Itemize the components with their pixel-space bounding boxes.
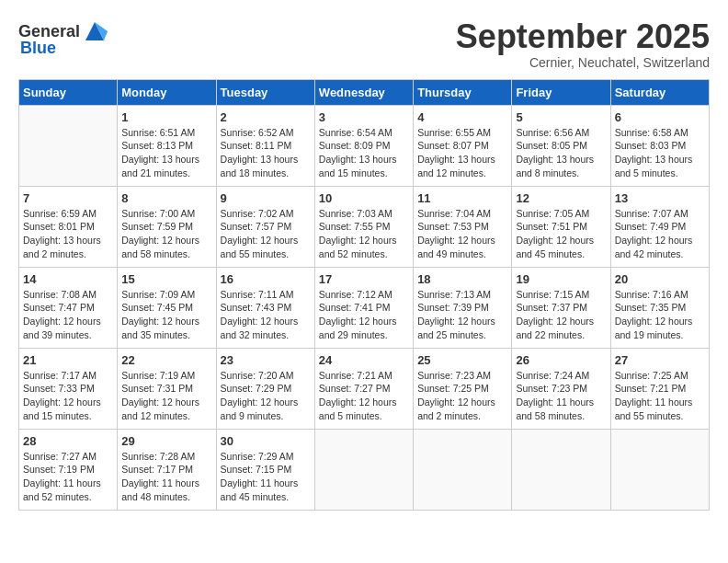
day-info: Sunrise: 7:08 AMSunset: 7:47 PMDaylight:… [23,288,113,342]
day-info: Sunrise: 7:19 AMSunset: 7:31 PMDaylight:… [121,369,211,423]
weekday-header: Wednesday [314,79,413,105]
calendar-cell [314,429,413,510]
day-number: 7 [23,191,113,205]
calendar-cell: 11Sunrise: 7:04 AMSunset: 7:53 PMDayligh… [414,186,512,267]
calendar-cell: 27Sunrise: 7:25 AMSunset: 7:21 PMDayligh… [610,348,709,429]
day-number: 5 [516,110,606,124]
day-number: 19 [516,272,606,286]
calendar-cell: 5Sunrise: 6:56 AMSunset: 8:05 PMDaylight… [512,105,610,186]
day-number: 8 [121,191,211,205]
day-number: 17 [319,272,409,286]
calendar-cell: 23Sunrise: 7:20 AMSunset: 7:29 PMDayligh… [216,348,314,429]
day-number: 2 [221,110,311,124]
day-number: 23 [221,353,311,367]
day-info: Sunrise: 7:04 AMSunset: 7:53 PMDaylight:… [417,207,507,261]
day-info: Sunrise: 6:56 AMSunset: 8:05 PMDaylight:… [516,126,606,180]
calendar-week-row: 1Sunrise: 6:51 AMSunset: 8:13 PMDaylight… [19,105,710,186]
day-info: Sunrise: 7:20 AMSunset: 7:29 PMDaylight:… [221,369,311,423]
day-number: 29 [121,434,211,448]
logo-blue: Blue [20,39,56,58]
calendar-week-row: 14Sunrise: 7:08 AMSunset: 7:47 PMDayligh… [19,267,710,348]
day-number: 11 [417,191,507,205]
day-info: Sunrise: 7:25 AMSunset: 7:21 PMDaylight:… [615,369,705,423]
day-info: Sunrise: 7:27 AMSunset: 7:19 PMDaylight:… [23,450,113,504]
weekday-header: Monday [118,79,216,105]
day-info: Sunrise: 7:16 AMSunset: 7:35 PMDaylight:… [615,288,705,342]
calendar-cell: 7Sunrise: 6:59 AMSunset: 8:01 PMDaylight… [19,186,118,267]
day-number: 14 [23,272,113,286]
calendar-cell: 19Sunrise: 7:15 AMSunset: 7:37 PMDayligh… [512,267,610,348]
day-number: 15 [121,272,211,286]
calendar-cell: 6Sunrise: 6:58 AMSunset: 8:03 PMDaylight… [610,105,709,186]
day-number: 6 [615,110,705,124]
day-number: 22 [121,353,211,367]
calendar-week-row: 21Sunrise: 7:17 AMSunset: 7:33 PMDayligh… [19,348,710,429]
location-title: Cernier, Neuchatel, Switzerland [456,55,710,70]
calendar-cell: 1Sunrise: 6:51 AMSunset: 8:13 PMDaylight… [118,105,216,186]
calendar-cell [610,429,709,510]
calendar-cell: 14Sunrise: 7:08 AMSunset: 7:47 PMDayligh… [19,267,118,348]
weekday-header: Saturday [610,79,709,105]
day-number: 27 [615,353,705,367]
calendar-table: SundayMondayTuesdayWednesdayThursdayFrid… [18,79,710,511]
calendar-cell: 15Sunrise: 7:09 AMSunset: 7:45 PMDayligh… [118,267,216,348]
day-info: Sunrise: 7:11 AMSunset: 7:43 PMDaylight:… [221,288,311,342]
calendar-cell: 8Sunrise: 7:00 AMSunset: 7:59 PMDaylight… [118,186,216,267]
day-number: 25 [417,353,507,367]
day-number: 28 [23,434,113,448]
day-number: 30 [221,434,311,448]
day-info: Sunrise: 6:54 AMSunset: 8:09 PMDaylight:… [319,126,409,180]
day-number: 4 [417,110,507,124]
day-info: Sunrise: 6:52 AMSunset: 8:11 PMDaylight:… [221,126,311,180]
weekday-header-row: SundayMondayTuesdayWednesdayThursdayFrid… [19,79,710,105]
day-number: 9 [221,191,311,205]
day-number: 21 [23,353,113,367]
logo-icon [82,18,108,44]
calendar-cell [19,105,118,186]
calendar-cell: 3Sunrise: 6:54 AMSunset: 8:09 PMDaylight… [314,105,413,186]
day-info: Sunrise: 6:55 AMSunset: 8:07 PMDaylight:… [417,126,507,180]
calendar-cell: 30Sunrise: 7:29 AMSunset: 7:15 PMDayligh… [216,429,314,510]
calendar-cell: 16Sunrise: 7:11 AMSunset: 7:43 PMDayligh… [216,267,314,348]
day-info: Sunrise: 7:05 AMSunset: 7:51 PMDaylight:… [516,207,606,261]
calendar-week-row: 28Sunrise: 7:27 AMSunset: 7:19 PMDayligh… [19,429,710,510]
day-info: Sunrise: 7:24 AMSunset: 7:23 PMDaylight:… [516,369,606,423]
day-number: 20 [615,272,705,286]
day-info: Sunrise: 7:02 AMSunset: 7:57 PMDaylight:… [221,207,311,261]
weekday-header: Friday [512,79,610,105]
day-number: 18 [417,272,507,286]
day-info: Sunrise: 6:59 AMSunset: 8:01 PMDaylight:… [23,207,113,261]
day-info: Sunrise: 7:09 AMSunset: 7:45 PMDaylight:… [121,288,211,342]
calendar-cell: 24Sunrise: 7:21 AMSunset: 7:27 PMDayligh… [314,348,413,429]
calendar-week-row: 7Sunrise: 6:59 AMSunset: 8:01 PMDaylight… [19,186,710,267]
calendar-cell: 4Sunrise: 6:55 AMSunset: 8:07 PMDaylight… [414,105,512,186]
day-info: Sunrise: 7:07 AMSunset: 7:49 PMDaylight:… [615,207,705,261]
day-number: 16 [221,272,311,286]
day-number: 10 [319,191,409,205]
day-info: Sunrise: 7:23 AMSunset: 7:25 PMDaylight:… [417,369,507,423]
day-number: 3 [319,110,409,124]
day-number: 24 [319,353,409,367]
day-number: 26 [516,353,606,367]
day-number: 12 [516,191,606,205]
page-header: General Blue September 2025 Cernier, Neu… [18,18,710,70]
calendar-cell: 12Sunrise: 7:05 AMSunset: 7:51 PMDayligh… [512,186,610,267]
calendar-cell: 29Sunrise: 7:28 AMSunset: 7:17 PMDayligh… [118,429,216,510]
calendar-cell: 10Sunrise: 7:03 AMSunset: 7:55 PMDayligh… [314,186,413,267]
day-number: 13 [615,191,705,205]
day-info: Sunrise: 7:15 AMSunset: 7:37 PMDaylight:… [516,288,606,342]
day-info: Sunrise: 7:28 AMSunset: 7:17 PMDaylight:… [121,450,211,504]
calendar-cell: 22Sunrise: 7:19 AMSunset: 7:31 PMDayligh… [118,348,216,429]
calendar-cell: 28Sunrise: 7:27 AMSunset: 7:19 PMDayligh… [19,429,118,510]
calendar-cell: 20Sunrise: 7:16 AMSunset: 7:35 PMDayligh… [610,267,709,348]
day-info: Sunrise: 7:03 AMSunset: 7:55 PMDaylight:… [319,207,409,261]
title-block: September 2025 Cernier, Neuchatel, Switz… [456,18,710,70]
day-info: Sunrise: 7:17 AMSunset: 7:33 PMDaylight:… [23,369,113,423]
calendar-cell: 26Sunrise: 7:24 AMSunset: 7:23 PMDayligh… [512,348,610,429]
month-title: September 2025 [456,18,710,55]
calendar-cell: 21Sunrise: 7:17 AMSunset: 7:33 PMDayligh… [19,348,118,429]
weekday-header: Thursday [414,79,512,105]
day-info: Sunrise: 6:58 AMSunset: 8:03 PMDaylight:… [615,126,705,180]
day-info: Sunrise: 6:51 AMSunset: 8:13 PMDaylight:… [121,126,211,180]
day-info: Sunrise: 7:29 AMSunset: 7:15 PMDaylight:… [221,450,311,504]
